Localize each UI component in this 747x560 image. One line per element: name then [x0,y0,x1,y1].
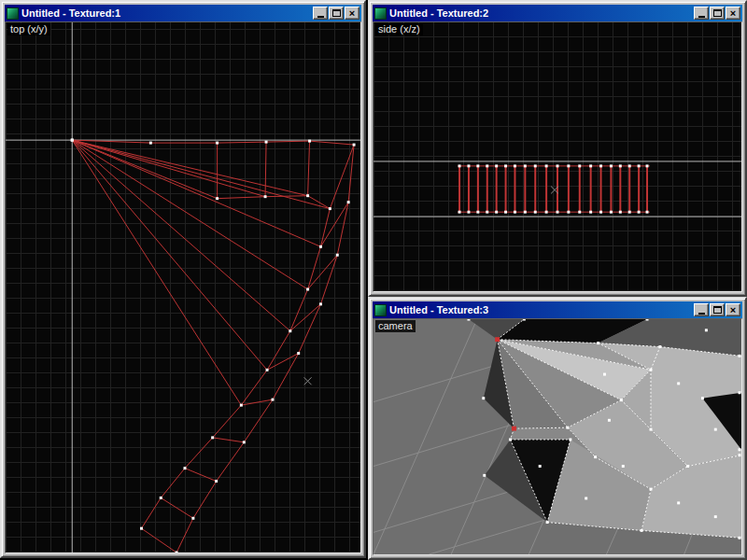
vertex [610,164,613,167]
window-camera-view: Untitled - Textured:3 × camera [368,297,747,560]
minimize-button[interactable] [313,7,328,20]
viewport-label: side (x/z) [375,23,423,35]
vertex [650,488,653,491]
vertex [524,164,527,167]
wire-fan-edge [72,140,267,370]
vertex [306,287,309,290]
vertex [534,164,537,167]
close-button[interactable]: × [345,7,359,20]
wire-inner-arc [141,196,330,528]
vertex [594,455,597,458]
wire-rung [161,497,193,518]
vertex [243,441,246,443]
vertex [610,211,613,214]
vertex [638,164,641,167]
vertex [514,164,516,167]
viewport-top-xy[interactable]: top (x/y) [5,21,361,553]
vertex [608,419,611,422]
vertex [289,329,291,332]
vertex [458,164,461,167]
minimize-button[interactable] [694,303,709,316]
wire-rung [265,142,266,197]
vertex [650,369,653,371]
vertex [504,164,507,167]
app-icon[interactable] [374,7,387,20]
app-icon[interactable] [374,304,387,316]
vertex [495,211,498,214]
minimize-button[interactable] [694,7,709,20]
window-top-view: Untitled - Textured:1 × top (x/y) [0,0,366,558]
maximize-button[interactable] [329,7,344,20]
close-icon: × [730,8,736,19]
maximize-button[interactable] [710,7,725,20]
vertex [739,537,741,539]
wire-fan-edge [72,140,265,197]
vertex [306,194,309,197]
vertex [545,211,548,214]
viewport-label: top (x/y) [7,23,50,35]
vertex [628,211,631,214]
vertex [183,467,186,469]
window-side-view: Untitled - Textured:2 × side (x/z) [368,0,747,297]
maximize-button[interactable] [710,303,725,316]
vertex [619,164,622,167]
vertex [211,436,214,439]
vertex [149,142,152,145]
vertex [486,211,488,214]
viewport-camera[interactable]: camera [373,318,742,555]
camera-view-canvas[interactable] [374,319,741,554]
top-view-canvas[interactable] [6,22,360,553]
vertex [514,211,516,214]
vertex [646,164,649,167]
vertex [272,399,275,401]
wire-rung [290,304,321,331]
titlebar[interactable]: Untitled - Textured:3 × [373,301,742,318]
vertex [176,552,178,553]
vertex [546,521,549,524]
wire-fan-edge [72,140,320,246]
vertex [599,211,602,214]
viewport-side-xz[interactable]: side (x/z) [373,21,742,292]
titlebar[interactable]: Untitled - Textured:2 × [373,5,742,21]
wire-rung [320,203,348,247]
vertex [308,140,311,143]
vertex [476,211,479,214]
vertex [191,517,194,520]
window-title: Untitled - Textured:1 [21,7,310,19]
vertex [658,345,661,348]
app-icon[interactable] [7,7,19,20]
vertex [336,254,339,257]
vertex [646,319,649,320]
vertex [557,164,559,167]
vertex [714,428,717,431]
vertex [524,211,527,214]
vertex [545,164,548,167]
vertex [714,515,717,518]
minimize-icon [698,313,705,315]
vertex [641,529,643,532]
vertex [216,142,218,145]
vertex [215,480,218,483]
wire-rung [213,438,245,442]
vertex [589,164,592,167]
vertex [650,428,653,431]
vertex [347,201,350,203]
side-view-canvas[interactable] [374,22,741,291]
vertex [140,527,143,530]
vertex [509,438,512,441]
vertex [739,454,741,456]
wire-rung [308,141,310,196]
close-button[interactable]: × [726,7,740,20]
close-button[interactable]: × [726,303,740,316]
vertex [739,448,741,451]
vertex [476,164,479,167]
vertex [567,211,570,214]
vertex [265,141,268,144]
vertex [578,164,581,167]
titlebar[interactable]: Untitled - Textured:1 × [5,5,361,21]
vertex [628,164,631,167]
close-icon: × [730,305,736,315]
vertex [504,211,507,214]
vertex [216,197,218,200]
vertex [620,399,623,401]
